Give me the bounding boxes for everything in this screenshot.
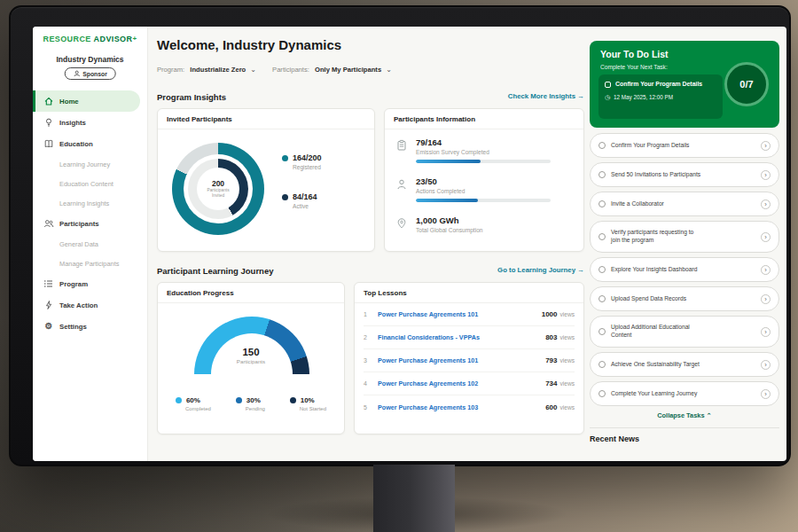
lesson-link[interactable]: Power Purchase Agreements 101: [378, 356, 545, 364]
task-row[interactable]: Invite a Collaborator ›: [590, 192, 779, 216]
sidebar-item-label: Take Action: [59, 301, 98, 309]
lesson-link[interactable]: Financial Considerations - VPPAs: [378, 333, 545, 341]
person-icon: [73, 70, 80, 77]
sidebar-item-manage-participants[interactable]: Manage Participants: [33, 254, 147, 273]
invited-participants-card: Invited Participants 200 Participants In…: [157, 108, 375, 252]
lesson-row: 1 Power Purchase Agreements 101 1000 vie…: [364, 303, 575, 326]
chevron-right-icon[interactable]: ›: [761, 141, 771, 151]
go-to-learning-journey-link[interactable]: Go to Learning Journey →: [497, 266, 584, 276]
chevron-right-icon[interactable]: ›: [761, 294, 771, 304]
todo-title: Your To Do List: [600, 49, 669, 59]
gear-icon: ⚙: [43, 321, 54, 332]
lesson-link[interactable]: Power Purchase Agreements 102: [378, 379, 545, 387]
collapse-tasks-button[interactable]: Collapse Tasks ⌃: [590, 411, 779, 419]
checkbox[interactable]: [605, 82, 611, 88]
checkbox[interactable]: [598, 328, 606, 335]
education-gauge-chart: [194, 317, 309, 374]
program-insights-header: Program Insights Check More Insights →: [157, 92, 584, 102]
checkbox[interactable]: [598, 295, 606, 302]
chevron-right-icon[interactable]: ›: [761, 327, 771, 337]
chevron-right-icon[interactable]: ›: [761, 232, 771, 242]
donut-center-value: 200: [212, 179, 224, 188]
sidebar-item-education-content[interactable]: Education Content: [33, 174, 147, 193]
sponsor-badge-label: Sponsor: [82, 71, 107, 77]
chevron-right-icon[interactable]: ›: [761, 200, 771, 209]
lesson-link[interactable]: Power Purchase Agreements 103: [378, 403, 545, 411]
sidebar-item-learning-journey[interactable]: Learning Journey: [33, 154, 147, 174]
dashboard-screen: RESOURCE ADVISOR+ Industry Dynamics Spon…: [33, 27, 786, 461]
check-more-insights-link[interactable]: Check More Insights →: [508, 92, 584, 102]
sidebar: RESOURCE ADVISOR+ Industry Dynamics Spon…: [33, 27, 148, 461]
top-lessons-card: Top Lessons 1 Power Purchase Agreements …: [354, 282, 584, 434]
task-row[interactable]: Confirm Your Program Details ›: [590, 133, 779, 158]
sidebar-item-home[interactable]: Home: [33, 90, 140, 112]
sidebar-item-insights[interactable]: Insights: [33, 112, 147, 133]
checkbox[interactable]: [598, 266, 606, 273]
checkbox[interactable]: [598, 171, 606, 178]
panel-divider: [590, 427, 779, 428]
arrow-right-icon: →: [577, 92, 584, 100]
participants-filter-label: Participants:: [272, 66, 309, 74]
education-progress-card: Education Progress 150 Participants 60% …: [157, 282, 345, 434]
task-row[interactable]: Complete Your Learning Journey ›: [590, 381, 779, 406]
checkbox[interactable]: [598, 142, 606, 149]
chevron-down-icon: ⌄: [386, 66, 392, 74]
todo-progress-ring: 0/7: [724, 62, 769, 106]
sidebar-item-learning-insights[interactable]: Learning Insights: [33, 193, 147, 213]
checkbox[interactable]: [598, 390, 606, 397]
todo-summary-card: Your To Do List Complete Your Next Task:…: [590, 41, 779, 128]
lesson-row: 2 Financial Considerations - VPPAs 803 v…: [364, 326, 575, 349]
education-legend: 60% Completed 30% Pending 10% Not Starte…: [158, 396, 344, 411]
lesson-row: 3 Power Purchase Agreements 101 793 view…: [364, 349, 575, 372]
todo-subtitle: Complete Your Next Task:: [600, 64, 668, 70]
task-row[interactable]: Upload Additional Educational Content ›: [590, 316, 779, 348]
book-icon: [43, 138, 54, 149]
sidebar-item-education[interactable]: Education: [33, 133, 147, 154]
progress-bar: [416, 160, 551, 163]
stat-actions: 23/50 Actions Completed: [395, 176, 551, 202]
program-filter[interactable]: Program: Industrialize Zero ⌄: [157, 66, 256, 74]
checkbox[interactable]: [598, 200, 606, 207]
checkbox[interactable]: [598, 233, 606, 240]
sponsor-badge[interactable]: Sponsor: [64, 67, 116, 80]
lesson-link[interactable]: Power Purchase Agreements 101: [378, 310, 542, 318]
task-row[interactable]: Verify participants requesting to join t…: [590, 221, 779, 253]
legend-dot: [236, 397, 242, 403]
legend-pending: 30% Pending: [236, 396, 265, 411]
chevron-right-icon[interactable]: ›: [761, 170, 771, 180]
learning-journey-header: Participant Learning Journey Go to Learn…: [157, 266, 584, 276]
sidebar-item-label: Learning Journey: [59, 160, 110, 168]
logo-text-advisor: ADVISOR: [94, 35, 133, 43]
sidebar-item-label: Learning Insights: [59, 200, 109, 207]
chevron-right-icon[interactable]: ›: [761, 265, 771, 275]
sidebar-item-general-data[interactable]: General Data: [33, 234, 147, 254]
sidebar-item-participants[interactable]: Participants: [33, 213, 147, 234]
legend-not-started: 10% Not Started: [290, 396, 326, 411]
participants-info-card: Participants Information 79/164 Emission…: [384, 108, 584, 252]
bolt-icon: [43, 300, 54, 310]
sidebar-item-settings[interactable]: ⚙ Settings: [33, 316, 147, 337]
chevron-up-icon: ⌃: [707, 411, 712, 419]
participants-filter-value: Only My Participants: [315, 66, 381, 74]
sidebar-item-label: Participants: [59, 220, 99, 228]
chevron-right-icon[interactable]: ›: [761, 360, 771, 370]
legend-dot: [282, 194, 288, 200]
task-row[interactable]: Upload Spend Data Records ›: [590, 286, 779, 311]
task-row[interactable]: Send 50 Invitations to Participants ›: [590, 162, 779, 187]
donut-center-label: Participants Invited: [203, 188, 233, 199]
sidebar-item-take-action[interactable]: Take Action: [33, 294, 147, 316]
chevron-right-icon[interactable]: ›: [761, 389, 771, 399]
person-icon: [395, 178, 408, 191]
card-title: Education Progress: [158, 283, 344, 303]
task-row[interactable]: Explore Your Insights Dashboard ›: [590, 257, 779, 282]
task-row[interactable]: Achieve One Sustainability Target ›: [590, 352, 779, 377]
lesson-row: 5 Power Purchase Agreements 103 600 view…: [364, 395, 575, 419]
participants-filter[interactable]: Participants: Only My Participants ⌄: [272, 66, 392, 74]
next-task-box[interactable]: Confirm Your Program Details ◷ 12 May 20…: [598, 74, 723, 119]
checkbox[interactable]: [598, 361, 606, 368]
program-filter-label: Program:: [157, 66, 184, 74]
monitor-bezel: RESOURCE ADVISOR+ Industry Dynamics Spon…: [9, 5, 791, 466]
page-title: Welcome, Industry Dynamics: [157, 37, 341, 52]
sidebar-item-program[interactable]: Program: [33, 273, 147, 294]
progress-bar: [416, 199, 551, 202]
